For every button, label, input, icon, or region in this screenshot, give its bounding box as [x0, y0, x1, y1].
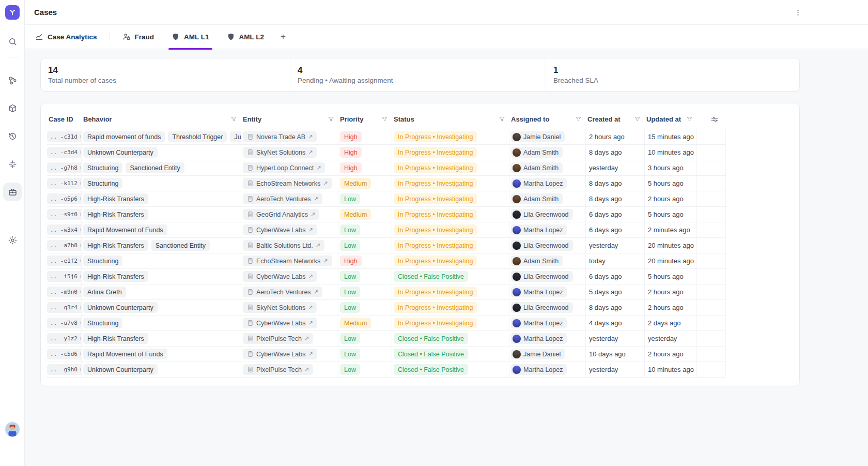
building-icon — [247, 196, 254, 202]
filter-funnel-button[interactable] — [686, 116, 693, 123]
filter-funnel-button[interactable] — [328, 116, 334, 123]
sidebar-item-history[interactable] — [3, 127, 22, 145]
case-id-pill[interactable]: .. -w3x4 — [47, 224, 82, 235]
sidebar-item-layout[interactable] — [3, 155, 22, 173]
sidebar-item-search[interactable] — [3, 32, 22, 51]
assignee-avatar — [513, 273, 521, 281]
entity-link[interactable]: HyperLoop Connect↗ — [243, 162, 325, 173]
case-id-pill[interactable]: .. -y1z2 — [47, 333, 82, 344]
filter-funnel-button[interactable] — [499, 116, 505, 123]
entity-link[interactable]: AeroTech Ventures↗ — [243, 287, 322, 297]
sidebar-item-settings[interactable] — [3, 231, 22, 249]
entity-link[interactable]: EchoStream Networks↗ — [243, 178, 332, 189]
case-id-pill[interactable]: .. -a7b8 — [47, 240, 82, 251]
table-row[interactable]: .. -k1l2StructuringEchoStream Networks↗M… — [47, 176, 726, 191]
table-row[interactable]: .. -s9t0High-Risk TransfersGeoGrid Analy… — [47, 207, 726, 222]
case-id-pill[interactable]: .. -c5d6 — [47, 349, 82, 359]
column-header-priority[interactable]: Priority — [338, 110, 392, 129]
entity-link[interactable]: PixelPulse Tech↗ — [243, 364, 313, 375]
column-header-assigned-to[interactable]: Assigned to — [509, 110, 586, 129]
sidebar-item-packages[interactable] — [3, 99, 22, 117]
filter-funnel-button[interactable] — [381, 116, 388, 123]
shield-icon — [227, 33, 235, 41]
tab-case-analytics[interactable]: Case Analytics — [34, 25, 98, 49]
created-at: 8 days ago — [587, 148, 622, 156]
filter-funnel-button[interactable] — [230, 116, 237, 123]
case-id-pill[interactable]: .. -c31d — [47, 131, 82, 142]
search-icon — [8, 37, 18, 47]
case-id-pill[interactable]: .. -g7h8 — [47, 162, 82, 173]
priority-badge: High — [340, 162, 362, 173]
table-row[interactable]: .. -o5p6High-Risk TransfersAeroTech Vent… — [47, 191, 726, 207]
case-id-pill[interactable]: .. -o5p6 — [47, 193, 82, 204]
entity-link[interactable]: CyberWave Labs↗ — [243, 318, 317, 328]
filter-funnel-icon — [328, 116, 334, 123]
entity-link[interactable]: CyberWave Labs↗ — [243, 349, 317, 359]
user-avatar-image — [5, 422, 20, 437]
entity-name: SkyNet Solutions — [256, 149, 305, 156]
building-icon-wrap — [247, 351, 254, 357]
column-settings-button[interactable] — [697, 110, 726, 129]
tab-fraud[interactable]: Fraud — [121, 25, 156, 49]
case-id-pill[interactable]: .. -i5j6 — [47, 271, 82, 282]
table-row[interactable]: .. -c3d4Unknown CounterpartySkyNet Solut… — [47, 145, 726, 160]
building-icon-wrap — [247, 320, 254, 326]
entity-link[interactable]: AeroTech Ventures↗ — [243, 193, 322, 204]
case-id-pill[interactable]: .. -s9t0 — [47, 209, 82, 220]
updated-at: 20 minutes ago — [646, 242, 694, 249]
column-header-case-id[interactable]: Case ID — [47, 110, 82, 129]
entity-link[interactable]: GeoGrid Analytics↗ — [243, 209, 319, 220]
shield-icon — [172, 33, 180, 41]
sidebar-item-workflow[interactable] — [3, 71, 22, 89]
case-id-pill[interactable]: .. -g9h0 — [47, 364, 82, 375]
entity-link[interactable]: SkyNet Solutions↗ — [243, 147, 317, 158]
entity-link[interactable]: Baltic Solutions Ltd.↗ — [243, 240, 324, 251]
tab-aml-l2[interactable]: AML L2 — [226, 25, 266, 49]
column-header-behavior[interactable]: Behavior — [82, 110, 241, 129]
history-icon — [8, 131, 18, 141]
case-id-pill[interactable]: .. -c3d4 — [47, 147, 82, 158]
case-id-pill[interactable]: .. -u7v8 — [47, 318, 82, 328]
brand-logo[interactable] — [5, 5, 20, 20]
table-row[interactable]: .. -m9n0Arlina GrethAeroTech Ventures↗Lo… — [47, 284, 726, 300]
table-row[interactable]: .. -i5j6High-Risk TransfersCyberWave Lab… — [47, 269, 726, 284]
table-row[interactable]: .. -a7b8High-Risk TransfersSanctioned En… — [47, 238, 726, 253]
table-row[interactable]: .. -y1z2High-Risk TransfersPixelPulse Te… — [47, 331, 726, 347]
case-id-pill[interactable]: .. -e1f2 — [47, 255, 82, 266]
column-header-updated-at[interactable]: Updated at — [645, 110, 697, 129]
sidebar-item-cases[interactable] — [3, 183, 22, 201]
entity-link[interactable]: EchoStream Networks↗ — [243, 255, 332, 266]
filter-funnel-button[interactable] — [634, 116, 641, 123]
case-id-pill[interactable]: .. -k1l2 — [47, 178, 82, 189]
table-row[interactable]: .. -e1f2StructuringEchoStream Networks↗H… — [47, 253, 726, 269]
column-header-created-at[interactable]: Created at — [586, 110, 645, 129]
add-tab-button[interactable]: + — [277, 32, 289, 42]
entity-link[interactable]: SkyNet Solutions↗ — [243, 302, 317, 313]
column-header-entity[interactable]: Entity — [241, 110, 338, 129]
entity-link[interactable]: CyberWave Labs↗ — [243, 271, 317, 282]
table-row[interactable]: .. -g9h0Unknown CounterpartyPixelPulse T… — [47, 362, 726, 378]
briefcase-icon — [8, 187, 18, 197]
table-row[interactable]: .. -u7v8StructuringCyberWave Labs↗Medium… — [47, 315, 726, 331]
case-id-pill[interactable]: .. -q3r4 — [47, 302, 82, 313]
entity-link[interactable]: PixelPulse Tech↗ — [243, 333, 313, 344]
table-row[interactable]: .. -g7h8StructuringSanctioned EntityHype… — [47, 160, 726, 176]
kebab-menu-button[interactable] — [793, 7, 803, 18]
user-avatar[interactable] — [5, 422, 20, 437]
tab-aml-l1[interactable]: AML L1 — [171, 25, 210, 49]
assignee-avatar — [513, 335, 521, 343]
table-row[interactable]: .. -q3r4Unknown CounterpartySkyNet Solut… — [47, 300, 726, 315]
table-row[interactable]: .. -c31dRapid movement of fundsThreshold… — [47, 129, 726, 145]
case-id-pill[interactable]: .. -m9n0 — [47, 287, 82, 297]
entity-link[interactable]: CyberWave Labs↗ — [243, 224, 317, 235]
tab-label: Case Analytics — [48, 33, 97, 41]
column-header-status[interactable]: Status — [392, 110, 509, 129]
table-row[interactable]: .. -c5d6Rapid Movement of FundsCyberWave… — [47, 347, 726, 362]
cases-table-card: Case IDBehaviorEntityPriorityStatusAssig… — [40, 103, 800, 386]
filter-funnel-button[interactable] — [575, 116, 582, 123]
building-icon-wrap — [247, 227, 254, 233]
building-icon — [247, 149, 254, 156]
assignee-pill: Jamie Daniel — [511, 131, 565, 142]
entity-link[interactable]: Novera Trade AB↗ — [243, 131, 317, 142]
table-row[interactable]: .. -w3x4Rapid Movement of FundsCyberWave… — [47, 222, 726, 238]
